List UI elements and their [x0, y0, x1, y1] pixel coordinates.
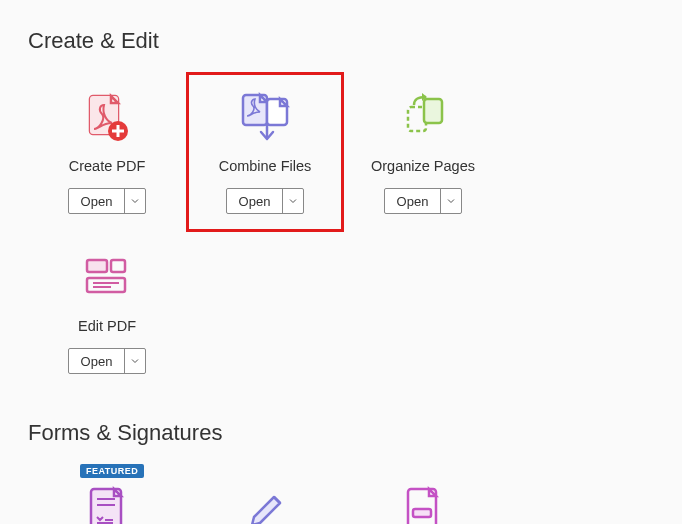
dropdown-button[interactable] [125, 189, 145, 213]
tool-prepare-form[interactable]: Prepare Form Add [344, 464, 502, 524]
tool-request-signatures[interactable]: FEATURED Request Signatures Open [28, 464, 186, 524]
open-split-button[interactable]: Open [384, 188, 463, 214]
tool-edit-pdf[interactable]: Edit PDF Open [28, 232, 186, 392]
dropdown-button[interactable] [125, 349, 145, 373]
svg-rect-9 [424, 99, 442, 123]
tool-organize-pages[interactable]: Organize Pages Open [344, 72, 502, 232]
open-button[interactable]: Open [385, 189, 442, 213]
tool-label: Edit PDF [78, 318, 136, 334]
tool-grid: FEATURED Request Signatures Open [28, 464, 654, 524]
tool-fill-sign[interactable]: Fill & Sign Open [186, 464, 344, 524]
chevron-down-icon [131, 197, 139, 205]
tool-create-pdf[interactable]: Create PDF Open [28, 72, 186, 232]
tool-grid: Create PDF Open Co [28, 72, 654, 392]
fill-sign-icon [235, 480, 295, 524]
tool-label: Create PDF [69, 158, 146, 174]
featured-badge: FEATURED [80, 464, 144, 478]
section-forms-signatures: Forms & Signatures FEATURED Request Sign… [0, 420, 682, 524]
combine-files-icon [235, 88, 295, 148]
svg-rect-10 [87, 260, 107, 272]
open-button[interactable]: Open [227, 189, 284, 213]
organize-pages-icon [393, 88, 453, 148]
chevron-down-icon [289, 197, 297, 205]
svg-rect-11 [111, 260, 125, 272]
open-button[interactable]: Open [69, 189, 126, 213]
tool-label: Organize Pages [371, 158, 475, 174]
request-signatures-icon [77, 480, 137, 524]
open-split-button[interactable]: Open [226, 188, 305, 214]
chevron-down-icon [447, 197, 455, 205]
open-button[interactable]: Open [69, 349, 126, 373]
chevron-down-icon [131, 357, 139, 365]
section-create-edit: Create & Edit Create PDF Open [0, 28, 682, 392]
tool-combine-files[interactable]: Combine Files Open [186, 72, 344, 232]
dropdown-button[interactable] [283, 189, 303, 213]
svg-rect-20 [413, 509, 431, 517]
svg-rect-4 [112, 130, 124, 133]
dropdown-button[interactable] [441, 189, 461, 213]
prepare-form-icon [393, 480, 453, 524]
open-split-button[interactable]: Open [68, 188, 147, 214]
section-title: Forms & Signatures [28, 420, 654, 446]
create-pdf-icon [77, 88, 137, 148]
svg-rect-12 [87, 278, 125, 292]
open-split-button[interactable]: Open [68, 348, 147, 374]
edit-pdf-icon [77, 248, 137, 308]
tool-label: Combine Files [219, 158, 312, 174]
section-title: Create & Edit [28, 28, 654, 54]
